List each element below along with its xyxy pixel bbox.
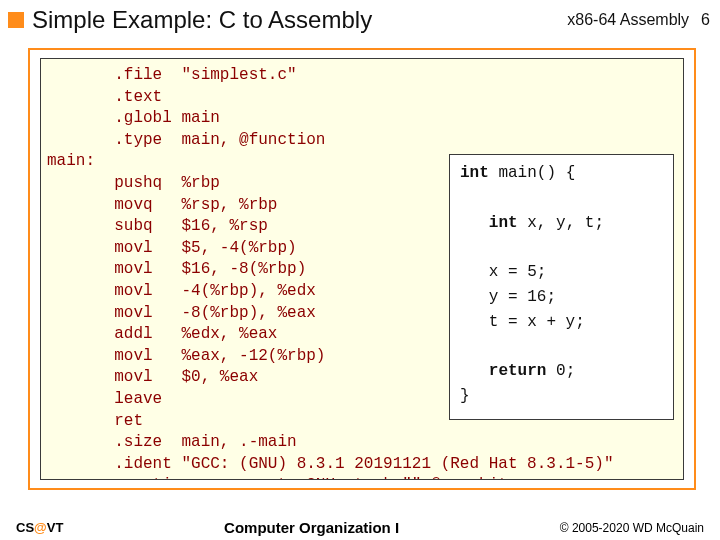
c-kw: int: [460, 164, 489, 182]
footer-center: Computer Organization I: [63, 519, 559, 536]
asm-line: leave: [47, 390, 162, 408]
asm-line: movl -4(%rbp), %edx: [47, 282, 316, 300]
asm-line: pushq %rbp: [47, 174, 220, 192]
c-code-box: int main() { int x, y, t; x = 5; y = 16;…: [449, 154, 674, 420]
asm-line: movl $16, -8(%rbp): [47, 260, 306, 278]
asm-line: movl $5, -4(%rbp): [47, 239, 297, 257]
asm-line: movl -8(%rbp), %eax: [47, 304, 316, 322]
asm-line: ret: [47, 412, 143, 430]
asm-line: .globl main: [47, 109, 220, 127]
asm-line: .type main, @function: [47, 131, 325, 149]
c-text: }: [460, 387, 470, 405]
footer-cs: CS: [16, 520, 34, 535]
c-indent: [460, 214, 489, 232]
footer-at: @: [34, 520, 47, 535]
footer-right: © 2005-2020 WD McQuain: [560, 521, 704, 535]
slide-header: Simple Example: C to Assembly x86-64 Ass…: [0, 0, 720, 44]
slide-title: Simple Example: C to Assembly: [32, 6, 567, 34]
slide-subject: x86-64 Assembly: [567, 11, 689, 29]
asm-line: .ident "GCC: (GNU) 8.3.1 20191121 (Red H…: [47, 455, 614, 473]
asm-line: main:: [47, 152, 95, 170]
footer-vt: VT: [47, 520, 64, 535]
asm-line: movq %rsp, %rbp: [47, 196, 277, 214]
asm-line: .file "simplest.c": [47, 66, 297, 84]
asm-line: .size main, .-main: [47, 433, 297, 451]
c-text: y = 16;: [460, 288, 556, 306]
c-kw: int: [489, 214, 518, 232]
c-text: 0;: [546, 362, 575, 380]
c-text: t = x + y;: [460, 313, 585, 331]
footer-left: CS@VT: [16, 520, 63, 535]
slide-footer: CS@VT Computer Organization I © 2005-202…: [0, 519, 720, 536]
asm-line: subq $16, %rsp: [47, 217, 268, 235]
asm-line: addl %edx, %eax: [47, 325, 277, 343]
asm-line: movl %eax, -12(%rbp): [47, 347, 325, 365]
c-text: main() {: [489, 164, 575, 182]
c-text: x = 5;: [460, 263, 546, 281]
asm-line: .text: [47, 88, 162, 106]
content-frame: .file "simplest.c" .text .globl main .ty…: [28, 48, 696, 490]
asm-line: movl $0, %eax: [47, 368, 258, 386]
page-number: 6: [701, 11, 710, 29]
c-indent: [460, 362, 489, 380]
accent-square: [8, 12, 24, 28]
c-kw: return: [489, 362, 547, 380]
c-text: x, y, t;: [518, 214, 604, 232]
header-right: x86-64 Assembly 6: [567, 11, 710, 29]
asm-line: .section .note.GNU-stack,"",@progbits: [47, 476, 517, 480]
